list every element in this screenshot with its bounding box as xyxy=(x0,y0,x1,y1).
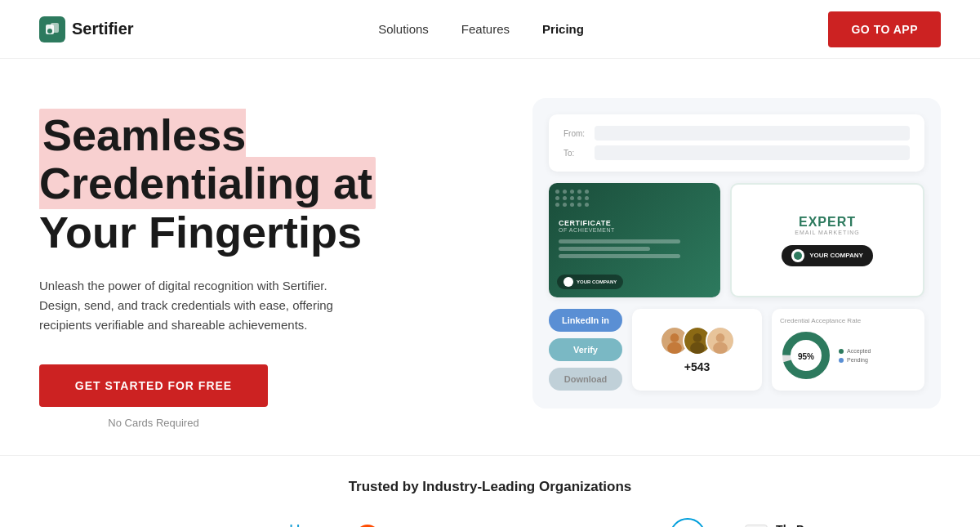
svg-point-9 xyxy=(690,342,705,354)
donut-wrapper: 95% Accepted Pending xyxy=(780,329,916,382)
form-to-label: To: xyxy=(564,149,588,158)
email-form-mock: From: To: xyxy=(549,114,924,172)
hero-content: Seamless Credentialing at Your Fingertip… xyxy=(39,98,448,429)
cert-card-green: CERTIFICATE OF ACHIEVEMENT YOUR COMPANY xyxy=(549,183,720,297)
donut-chart: 95% xyxy=(780,329,832,382)
svg-point-6 xyxy=(667,342,682,354)
legend-dot-pending xyxy=(839,358,844,363)
expert-subtitle: EMAIL MARKETING xyxy=(795,230,859,235)
svg-point-11 xyxy=(715,333,724,342)
expert-company-text: YOUR COMPANY xyxy=(809,252,863,259)
undp-badge: UN DP xyxy=(670,518,706,527)
legend-label-accepted: Accepted xyxy=(847,348,871,354)
svg-point-12 xyxy=(713,342,728,354)
svg-point-3 xyxy=(47,29,52,33)
nav-pricing[interactable]: Pricing xyxy=(542,22,584,36)
paypal-logo: 𝓡 PayPal xyxy=(148,523,237,527)
chart-title: Credential Acceptance Rate xyxy=(780,317,916,324)
avatar-count: +543 xyxy=(684,360,710,373)
undp-logo: UN DP xyxy=(670,518,706,527)
form-to-input xyxy=(595,145,910,160)
cert-subtitle: OF ACHIEVEMENT xyxy=(559,227,710,233)
svg-point-8 xyxy=(693,333,702,342)
logo-area: Sertifier xyxy=(39,16,134,42)
legend-dot-accepted xyxy=(839,349,844,354)
paypal-icon: 𝓡 xyxy=(148,523,165,527)
trusted-title: Trusted by Industry-Leading Organization… xyxy=(39,479,941,495)
expert-title: EXPERT xyxy=(799,215,856,230)
nav-solutions[interactable]: Solutions xyxy=(378,22,429,36)
hero-title-line2: Your Fingertips xyxy=(39,208,362,257)
hero-title: Seamless Credentialing at Your Fingertip… xyxy=(39,111,448,257)
avatars-column: +543 xyxy=(632,309,762,391)
logos-row: 𝓡 PayPal ılılı. CISCO C CoachHub Johnson… xyxy=(39,518,941,527)
cisco-logo: ılılı. CISCO xyxy=(276,522,317,527)
nav-features[interactable]: Features xyxy=(461,22,510,36)
svg-text:95%: 95% xyxy=(798,352,814,361)
form-from-input xyxy=(595,126,910,141)
avatars-stack xyxy=(660,326,735,355)
cert-title: CERTIFICATE xyxy=(559,219,710,227)
download-button[interactable]: Download xyxy=(549,368,622,391)
cert-company-text: YOUR COMPANY xyxy=(577,279,617,284)
avatar-3 xyxy=(706,326,735,355)
actions-column: LinkedIn in Verify Download xyxy=(549,309,622,391)
thepower-logo: TP ThePowerbusiness school xyxy=(745,523,832,527)
certs-row: CERTIFICATE OF ACHIEVEMENT YOUR COMPANY … xyxy=(549,183,924,297)
legend-pending: Pending xyxy=(839,357,871,363)
trusted-section: Trusted by Industry-Leading Organization… xyxy=(0,455,980,527)
bottom-row: LinkedIn in Verify Download xyxy=(549,309,924,391)
avatar-img-3 xyxy=(707,328,733,354)
verify-button[interactable]: Verify xyxy=(549,338,622,361)
chart-legend: Accepted Pending xyxy=(839,348,871,363)
thepower-text: ThePowerbusiness school xyxy=(774,523,832,527)
sertifier-logo-icon xyxy=(39,16,65,42)
linkedin-icon: in xyxy=(601,315,609,325)
navbar: Sertifier Solutions Features Pricing GO … xyxy=(0,0,980,59)
linkedin-button[interactable]: LinkedIn in xyxy=(549,309,622,332)
nav-links: Solutions Features Pricing xyxy=(378,22,584,36)
form-to-row: To: xyxy=(564,145,910,160)
linkedin-label: LinkedIn xyxy=(562,315,599,325)
cert-dots xyxy=(555,190,590,207)
cisco-text: ılılı. CISCO xyxy=(276,522,317,527)
cert-lines xyxy=(559,239,710,261)
cert-card-white: EXPERT EMAIL MARKETING YOUR COMPANY xyxy=(730,183,924,297)
form-from-row: From: xyxy=(564,126,910,141)
hero-title-highlight: Seamless Credentialing at xyxy=(39,109,376,209)
go-to-app-button[interactable]: GO TO APP xyxy=(828,11,941,47)
hero-subtitle: Unleash the power of digital recognition… xyxy=(39,276,366,335)
hero-section: Seamless Credentialing at Your Fingertip… xyxy=(0,59,980,455)
cert-company-badge: YOUR COMPANY xyxy=(557,275,623,289)
legend-label-pending: Pending xyxy=(847,357,868,363)
chart-column: Credential Acceptance Rate 95% Accepted xyxy=(772,309,924,391)
svg-point-5 xyxy=(670,333,679,342)
legend-accepted: Accepted xyxy=(839,348,871,354)
get-started-button[interactable]: GET STARTED FOR FREE xyxy=(39,364,268,407)
logo-text: Sertifier xyxy=(72,20,134,38)
dashboard-mockup: From: To: CERTIFICATE OF ACHIEVEM xyxy=(532,98,941,409)
expert-company-badge: YOUR COMPANY xyxy=(782,245,873,266)
form-from-label: From: xyxy=(564,129,588,138)
no-cards-text: No Cards Required xyxy=(39,417,268,429)
